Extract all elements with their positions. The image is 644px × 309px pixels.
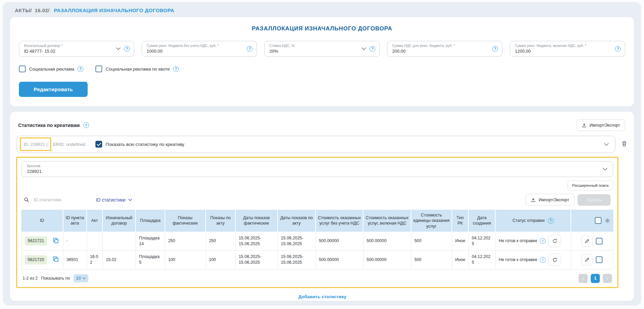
table-import-export-button[interactable]: Импорт/Экспорт [526, 194, 574, 206]
cell-dates-actual: 15.06.2025-15.06.2025 [236, 232, 278, 251]
edit-row-button[interactable] [581, 254, 593, 265]
col-header-send-status: Статус отправки [496, 210, 571, 232]
stats-header: Статистика по креативам Импорт/Экспорт [16, 117, 629, 135]
edit-button[interactable]: Редактировать [19, 82, 88, 97]
help-icon[interactable] [173, 66, 179, 72]
cell-campaign-type: Иное [452, 232, 469, 251]
field-icons [116, 46, 130, 52]
cell-cost-ex-vat: 500.00000 [316, 251, 364, 269]
help-icon[interactable] [615, 46, 621, 52]
help-icon[interactable] [78, 66, 83, 72]
show-all-stats-checkbox[interactable] [95, 141, 102, 148]
breadcrumb: АКТЫ/ 16.02/ РАЗАЛЛОКАЦИЯ ИЗНАЧАЛЬНОГО Д… [3, 2, 641, 13]
creative-id-text: ID: 228921 | [24, 142, 48, 147]
select-all-checkbox[interactable] [595, 217, 602, 224]
pencil-icon [585, 257, 589, 262]
breadcrumb-act-number[interactable]: 16.02/ [35, 7, 50, 13]
chevron-down-icon [128, 199, 132, 201]
refresh-button[interactable] [548, 254, 561, 266]
creative-select-label: Креатив [27, 164, 603, 168]
help-icon[interactable] [492, 46, 498, 52]
next-page-button[interactable] [603, 274, 612, 283]
help-icon[interactable] [83, 122, 89, 128]
creative-stats-card: Статистика по креативам Импорт/Экспорт I… [10, 112, 634, 301]
vat-amount-texts: Сумма НДС для рекл. бюджета, руб. * 200,… [392, 44, 490, 54]
social-ad-check-item: Социальная реклама [19, 66, 83, 72]
help-icon[interactable] [548, 218, 554, 224]
help-icon[interactable] [370, 46, 375, 52]
cell-original-contract [103, 232, 136, 251]
field-label: Сумма НДС для рекл. бюджета, руб. * [392, 44, 490, 48]
info-icon[interactable] [540, 238, 546, 244]
search-box[interactable] [24, 197, 80, 203]
col-header-dates-by-act: Даты показов по акту [278, 210, 316, 232]
creative-accordion-line: ID: 228921 | ERID: undefined Показать вс… [16, 136, 628, 153]
cell-id: 5621720 [21, 251, 63, 269]
delete-creative-button[interactable] [620, 139, 628, 149]
col-header-impressions-by-act: Показы по акту [206, 210, 236, 232]
budget-ex-vat-input[interactable]: Сумма рекл. бюджета без учета НДС, руб. … [142, 41, 257, 57]
cell-dates-actual: 15.06.2025-15.06.2025 [236, 251, 278, 269]
page-title: РАЗАЛЛОКАЦИЯ ИЗНАЧАЛЬНОГО ДОГОВОРА [19, 25, 625, 32]
search-field-dropdown[interactable]: ID статистики [96, 197, 132, 203]
row-checkbox[interactable] [596, 238, 603, 244]
col-header-original-contract: Изначальный договор [103, 210, 136, 232]
creative-accordion-row[interactable]: ID: 228921 | ERID: undefined Показать вс… [16, 136, 615, 153]
cell-created-date: 04.12.2025 [469, 232, 496, 251]
advanced-search-button[interactable]: Расширенный поиск [567, 180, 613, 190]
refresh-button[interactable] [548, 235, 561, 247]
chevron-down-icon[interactable] [603, 168, 608, 171]
id-cell: 5621721 [25, 236, 60, 246]
chevron-down-icon[interactable] [116, 47, 121, 50]
accordion-chevron-icon[interactable] [604, 143, 609, 146]
field-value: 200,00 [392, 49, 490, 54]
info-icon[interactable] [540, 257, 546, 263]
chevron-down-icon[interactable] [361, 47, 366, 50]
help-icon[interactable] [124, 46, 130, 52]
col-header-campaign-type: Тип РК [452, 210, 469, 232]
row-checkbox[interactable] [596, 256, 603, 263]
cell-row-actions [571, 251, 613, 269]
copy-icon[interactable] [52, 237, 60, 246]
col-header-id: ID [21, 210, 63, 232]
chevron-down-icon [83, 277, 86, 279]
cell-cost-ex-vat: 500.00000 [316, 232, 364, 251]
edit-row-button[interactable] [581, 235, 593, 247]
help-icon[interactable] [247, 46, 253, 52]
header-actions [573, 217, 612, 224]
download-icon [582, 123, 587, 128]
cell-send-status: Не готов к отправке [496, 251, 571, 269]
col-header-act: Акт [87, 210, 103, 232]
cell-impressions-by-act: 100 [206, 251, 236, 269]
copy-icon[interactable] [52, 255, 60, 264]
add-statistic-link[interactable]: Добавить статистику [298, 294, 346, 299]
social-ads-checkboxes: Социальная реклама Социальная реклама по… [19, 66, 625, 72]
field-value: ID 48777- 15.02 [24, 49, 113, 54]
stat-id-badge: 5621720 [25, 255, 47, 264]
field-label: Сумма рекл. бюджета без учета НДС, руб. … [147, 44, 244, 48]
social-ad-quota-checkbox[interactable] [95, 66, 102, 72]
vat-rate-select[interactable]: Ставка НДС, % 20% [264, 41, 380, 57]
page-1-button[interactable]: 1 [591, 274, 600, 283]
cell-impressions-actual: 250 [165, 232, 206, 251]
cell-created-date: 04.12.2025 [469, 251, 496, 269]
gear-icon[interactable] [605, 218, 610, 224]
table-header-row: ID ID пункта акта Акт Изначальный догово… [21, 210, 613, 232]
budget-inc-vat-input[interactable]: Сумма рекл. бюджета, включая НДС, руб. *… [510, 41, 625, 57]
delete-rows-button[interactable]: Удалить [578, 194, 611, 206]
original-contract-select[interactable]: Изначальный договор * ID 48777- 15.02 [19, 41, 134, 57]
prev-page-button[interactable] [579, 274, 588, 283]
show-all-stats-check-item: Показать всю статистику по креативу [95, 141, 184, 148]
social-ad-checkbox[interactable] [19, 66, 26, 72]
download-icon [531, 197, 536, 202]
per-page-select[interactable]: 10 [74, 274, 89, 282]
search-input[interactable] [33, 197, 80, 203]
cell-id: 5621721 [21, 232, 63, 251]
import-export-button[interactable]: Импорт/Экспорт [577, 119, 625, 131]
creative-select[interactable]: Креатив 228921 [21, 161, 613, 177]
vat-amount-input[interactable]: Сумма НДС для рекл. бюджета, руб. * 200,… [387, 41, 502, 57]
cell-row-actions [571, 232, 613, 251]
breadcrumb-acts[interactable]: АКТЫ/ [15, 7, 32, 13]
cell-platform: Площадка 14 [136, 232, 165, 251]
reallocation-form-card: РАЗАЛЛОКАЦИЯ ИЗНАЧАЛЬНОГО ДОГОВОРА Изнач… [10, 17, 634, 106]
